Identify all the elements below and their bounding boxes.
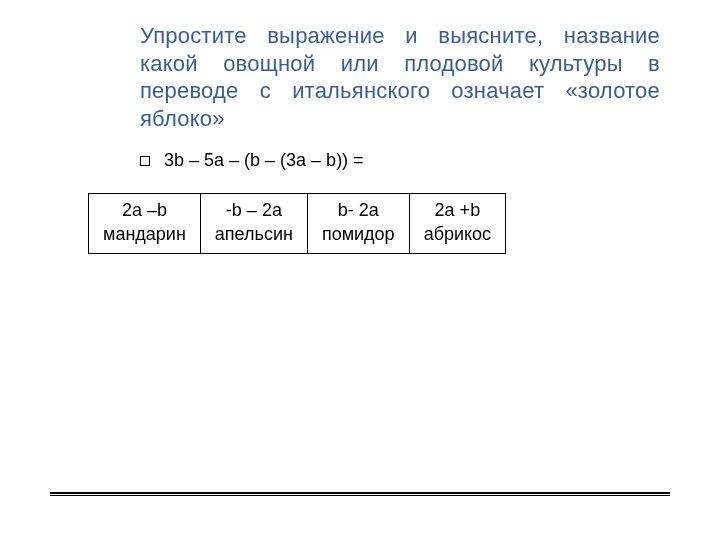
answer-label: помидор: [322, 222, 395, 246]
answers-table: 2a –b мандарин -b – 2a апельсин b- 2a по…: [88, 193, 506, 254]
expression-row: 3b – 5а – (b – (3a – b)) =: [50, 150, 670, 171]
answer-formula: b- 2a: [338, 200, 379, 220]
answer-label: апельсин: [215, 222, 293, 246]
answer-formula: 2a +b: [435, 200, 481, 220]
answer-cell: 2a +b абрикос: [409, 194, 505, 254]
answer-label: абрикос: [424, 222, 491, 246]
answer-cell: -b – 2a апельсин: [200, 194, 307, 254]
answer-cell: b- 2a помидор: [307, 194, 409, 254]
expression-text: 3b – 5а – (b – (3a – b)) =: [164, 150, 364, 171]
slide-title: Упростите выражение и выясните, название…: [50, 22, 670, 132]
table-row: 2a –b мандарин -b – 2a апельсин b- 2a по…: [89, 194, 506, 254]
answer-formula: -b – 2a: [226, 200, 282, 220]
slide: Упростите выражение и выясните, название…: [0, 0, 720, 540]
square-bullet-icon: [140, 156, 150, 166]
answer-formula: 2a –b: [122, 200, 167, 220]
answer-label: мандарин: [103, 222, 186, 246]
answer-cell: 2a –b мандарин: [89, 194, 201, 254]
footer-divider: [50, 492, 670, 496]
